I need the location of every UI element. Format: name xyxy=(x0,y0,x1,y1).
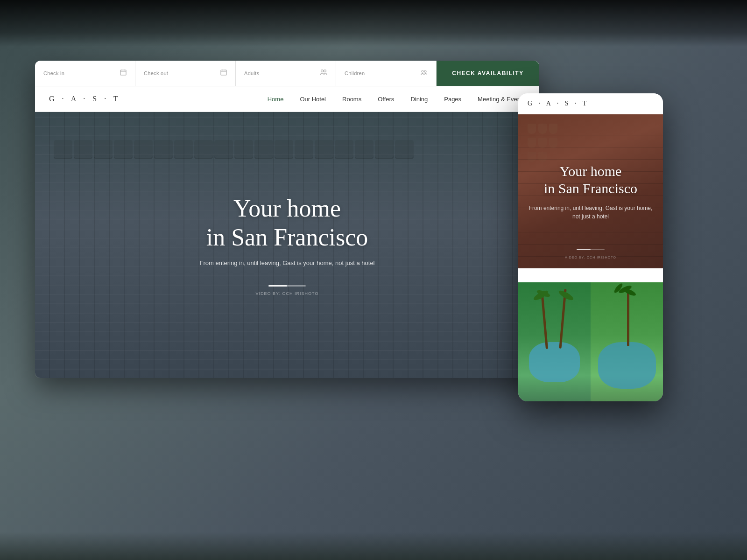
nav-item-dining[interactable]: Dining xyxy=(410,95,428,103)
check-out-field[interactable]: Check out xyxy=(135,61,236,86)
children-icon xyxy=(420,69,428,77)
children-label: Children xyxy=(345,70,365,76)
nav-item-hotel[interactable]: Our Hotel xyxy=(300,95,326,103)
nav-link-dining[interactable]: Dining xyxy=(410,96,428,103)
dark-top-band xyxy=(0,0,747,47)
mobile-hero: Your home in San Francisco From entering… xyxy=(518,114,663,268)
mobile-gallery xyxy=(518,282,663,401)
hero-progress-fill xyxy=(268,285,287,287)
nav-link-home[interactable]: Home xyxy=(268,96,284,103)
mobile-progress-bar xyxy=(577,249,605,250)
mobile-video-credit: VIDEO BY: OCH IRISHOTO xyxy=(565,256,616,259)
nav-links: Home Our Hotel Rooms Offers Dining Pages… xyxy=(268,95,525,103)
desktop-browser: Check in Check out xyxy=(35,61,539,378)
svg-rect-0 xyxy=(120,70,126,75)
dark-bottom-band xyxy=(0,532,747,560)
nav-item-offers[interactable]: Offers xyxy=(378,95,394,103)
check-out-label: Check out xyxy=(144,70,168,76)
svg-point-10 xyxy=(422,70,423,72)
check-availability-button[interactable]: CHECK AVAILABILITY xyxy=(437,61,539,86)
mobile-hero-subtitle: From entering in, until leaving, Gast is… xyxy=(528,204,654,221)
person-icon xyxy=(320,69,327,77)
hero-subtitle: From entering in, until leaving, Gast is… xyxy=(199,259,374,266)
mobile-browser: G · A · S · T xyxy=(518,93,663,401)
hero-content: Your home in San Francisco From entering… xyxy=(199,194,374,296)
mobile-logo: G · A · S · T xyxy=(528,100,589,107)
nav-item-home[interactable]: Home xyxy=(268,95,284,103)
svg-point-11 xyxy=(424,70,426,72)
svg-point-9 xyxy=(324,70,326,72)
pool-water-2 xyxy=(598,342,656,389)
nav-link-pages[interactable]: Pages xyxy=(444,96,461,103)
palm-trunk-1 xyxy=(541,295,548,349)
mobile-hero-content: Your home in San Francisco From entering… xyxy=(518,162,663,221)
desktop-hero: Your home in San Francisco From entering… xyxy=(35,112,539,378)
nav-item-rooms[interactable]: Rooms xyxy=(342,95,361,103)
mobile-logo-bar: G · A · S · T xyxy=(518,93,663,114)
mobile-progress-fill xyxy=(577,249,591,250)
video-credit: VIDEO BY: OCH IRISHOTO xyxy=(199,291,374,296)
adults-field[interactable]: Adults xyxy=(236,61,336,86)
calendar-icon-2 xyxy=(220,69,227,77)
desktop-logo: G · A · S · T xyxy=(49,95,121,103)
hero-title: Your home in San Francisco xyxy=(199,194,374,252)
calendar-icon xyxy=(120,69,127,77)
check-in-field[interactable]: Check in xyxy=(35,61,135,86)
nav-link-hotel[interactable]: Our Hotel xyxy=(300,96,326,103)
nav-bar: G · A · S · T Home Our Hotel Rooms Offer… xyxy=(35,86,539,112)
mobile-gallery-img-1 xyxy=(518,282,591,401)
nav-link-offers[interactable]: Offers xyxy=(378,96,394,103)
nav-link-rooms[interactable]: Rooms xyxy=(342,96,361,103)
nav-item-pages[interactable]: Pages xyxy=(444,95,461,103)
mobile-progress xyxy=(577,249,605,250)
adults-label: Adults xyxy=(244,70,259,76)
palm-trunk-3 xyxy=(627,290,629,346)
children-field[interactable]: Children xyxy=(336,61,437,86)
svg-point-8 xyxy=(321,70,324,72)
mobile-hero-title: Your home in San Francisco xyxy=(528,162,654,197)
svg-rect-4 xyxy=(221,70,226,75)
mobile-divider-bar xyxy=(518,268,663,282)
booking-bar: Check in Check out xyxy=(35,61,539,86)
check-in-label: Check in xyxy=(43,70,64,76)
pool-water xyxy=(529,342,580,382)
hero-progress-bar xyxy=(268,285,306,287)
mobile-gallery-img-2 xyxy=(591,282,663,401)
